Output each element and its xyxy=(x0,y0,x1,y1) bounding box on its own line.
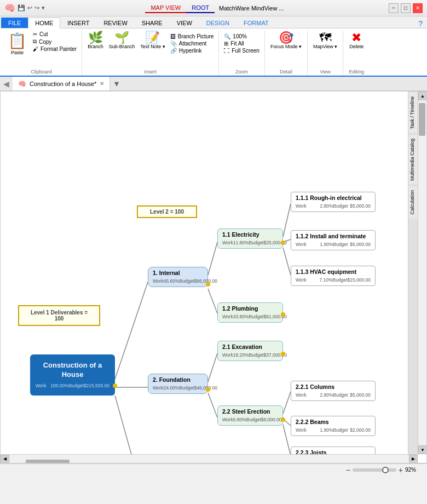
tab-design[interactable]: DESIGN xyxy=(199,18,236,28)
cut-button[interactable]: ✂ Cut xyxy=(31,31,78,38)
text-note-button[interactable]: 📝 Text Note ▾ xyxy=(138,31,168,51)
doc-tab-add[interactable]: ▾ xyxy=(110,78,123,89)
focus-mode-button[interactable]: 🎯 Focus Mode ▾ xyxy=(268,31,304,51)
zoom-slider[interactable] xyxy=(353,468,396,472)
zoom-group: 🔍 100% ⊞ Fit All ⛶ Full Screen Zoom xyxy=(219,31,265,76)
install-terminate-stats: Work 1.90% Budget $5,000.00 xyxy=(296,242,371,248)
close-button[interactable]: ✕ xyxy=(413,3,423,13)
quick-access-redo[interactable]: ↪ xyxy=(34,4,39,12)
quick-access-undo[interactable]: ↩ xyxy=(27,4,32,12)
copy-label: Copy xyxy=(39,39,51,45)
steel-erection-node[interactable]: 2.2 Steel Erection Work 5.80% Budget $9,… xyxy=(217,405,283,426)
electricity-dot xyxy=(281,240,285,245)
excavation-node[interactable]: 2.1 Excavation Work 18.20% Budget $37,00… xyxy=(217,341,283,361)
minimize-button[interactable]: − xyxy=(389,3,399,13)
help-button[interactable]: ? xyxy=(418,19,423,28)
sub-branch-button[interactable]: 🌱 Sub-Branch xyxy=(107,31,137,51)
clipboard-group-label: Clipboard xyxy=(31,69,52,76)
full-screen-button[interactable]: ⛶ Full Screen xyxy=(222,47,261,54)
rough-electrical-stats: Work 2.80% Budget $5,000.00 xyxy=(296,203,371,209)
beams-title: 2.2.2 Beams xyxy=(296,419,371,426)
side-panels: Task / Timeline Multimedia Catalog Calcu… xyxy=(408,91,418,463)
copy-button[interactable]: ⧉ Copy xyxy=(31,38,78,45)
svg-line-6 xyxy=(208,393,217,417)
multimedia-catalog-tab[interactable]: Multimedia Catalog xyxy=(408,134,418,185)
vertical-scrollbar[interactable]: ▲ ▼ xyxy=(418,91,426,454)
attachment-icon: 📎 xyxy=(170,41,177,47)
beams-node[interactable]: 2.2.2 Beams Work 1.90% Budget $2,000.00 xyxy=(291,416,376,436)
columns-node[interactable]: 2.2.1 Columns Work 2.80% Budget $5,000.0… xyxy=(291,381,376,401)
rough-electrical-work: 2.80% xyxy=(320,203,333,209)
tab-review[interactable]: REVIEW xyxy=(96,18,134,28)
doc-tab[interactable]: 🧠 Construction of a House* ✕ xyxy=(13,77,110,90)
rough-electrical-budget: $5,000.00 xyxy=(350,203,371,209)
delete-label: Delete xyxy=(349,44,363,50)
root-node[interactable]: Construction of a House Work 100.00% Bud… xyxy=(30,354,115,396)
tab-file[interactable]: FILE xyxy=(1,18,28,28)
scroll-track-vertical[interactable] xyxy=(418,100,426,445)
root-title: Construction of a House xyxy=(36,361,109,380)
zoom-slider-thumb[interactable] xyxy=(382,467,389,473)
horizontal-scrollbar[interactable]: ◀ ▶ xyxy=(1,454,418,463)
plumbing-node[interactable]: 1.2 Plumbing Work 33.80% Budget $61,000.… xyxy=(217,302,283,323)
rough-electrical-node[interactable]: 1.1.1 Rough-in electrical Work 2.80% Bud… xyxy=(291,192,376,212)
steel-erection-dot xyxy=(281,417,285,422)
electricity-stats: Work 11.80% Budget $25,000.00 xyxy=(222,240,278,246)
calculation-tab[interactable]: Calculation xyxy=(408,185,418,219)
format-painter-button[interactable]: 🖌 Format Painter xyxy=(31,45,78,53)
svg-line-12 xyxy=(283,392,291,414)
delete-button[interactable]: ✖ Delete xyxy=(347,31,366,51)
zoom-plus-button[interactable]: + xyxy=(399,466,403,474)
scroll-down-button[interactable]: ▼ xyxy=(418,445,427,454)
fit-all-button[interactable]: ⊞ Fit All xyxy=(222,40,261,47)
plumbing-title: 1.2 Plumbing xyxy=(222,305,278,313)
foundation-node[interactable]: 2. Foundation Work 24.00% Budget $46,000… xyxy=(148,374,208,394)
map-view-tab[interactable]: MAP VIEW xyxy=(145,3,186,13)
electricity-title: 1.1 Electricity xyxy=(222,231,278,239)
scroll-right-button[interactable]: ▶ xyxy=(409,455,418,463)
branch-picture-label: Branch Picture xyxy=(178,33,214,39)
view-group-label: View xyxy=(320,69,330,76)
quick-access-more[interactable]: ▾ xyxy=(42,4,45,12)
delete-icon: ✖ xyxy=(351,32,361,44)
branch-icon: 🌿 xyxy=(88,32,103,44)
scroll-thumb-horizontal[interactable] xyxy=(26,460,70,464)
tab-share[interactable]: SHARE xyxy=(135,18,170,28)
quick-access-save[interactable]: 💾 xyxy=(18,4,25,12)
root-budget: $215,500.00 xyxy=(84,383,109,389)
electricity-node[interactable]: 1.1 Electricity Work 11.80% Budget $25,0… xyxy=(217,228,283,249)
maximize-button[interactable]: □ xyxy=(401,3,411,13)
tab-view[interactable]: VIEW xyxy=(170,18,199,28)
branch-button[interactable]: 🌿 Branch xyxy=(85,31,106,51)
paste-button[interactable]: 📋 Paste xyxy=(4,31,30,56)
attachment-button[interactable]: 📎 Attachment xyxy=(169,40,216,47)
hyperlink-icon: 🔗 xyxy=(170,48,177,54)
install-terminate-node[interactable]: 1.1.2 Install and terminate Work 1.90% B… xyxy=(291,230,376,250)
zoom-minus-button[interactable]: − xyxy=(346,466,350,474)
paste-label: Paste xyxy=(11,50,24,55)
scroll-up-button[interactable]: ▲ xyxy=(418,91,427,100)
editing-content: ✖ Delete xyxy=(347,31,366,69)
internal-node[interactable]: 1. Internal Work 45.60% Budget $86,000.0… xyxy=(148,267,208,287)
focus-mode-icon: 🎯 xyxy=(279,32,293,44)
tab-home[interactable]: HOME xyxy=(28,18,60,28)
ribbon-tabs: FILE HOME INSERT REVIEW SHARE VIEW DESIG… xyxy=(0,16,427,28)
root-stats: Work 100.00% Budget $215,500.00 xyxy=(36,383,109,389)
scroll-thumb-vertical[interactable] xyxy=(419,103,425,136)
nav-left-icon[interactable]: ◀ xyxy=(0,79,13,88)
hvac-node[interactable]: 1.1.3 HVAC equipment Work 7.10% Budget $… xyxy=(291,266,376,286)
scroll-left-button[interactable]: ◀ xyxy=(1,455,9,463)
mapview-button[interactable]: 🗺 MapView ▾ xyxy=(311,31,339,51)
tab-insert[interactable]: INSERT xyxy=(60,18,96,28)
hvac-work: 7.10% xyxy=(319,277,332,283)
insert-group-label: Insert xyxy=(144,69,157,76)
branch-picture-button[interactable]: 🖼 Branch Picture xyxy=(169,33,216,40)
doc-tab-close[interactable]: ✕ xyxy=(100,81,104,87)
zoom-100-button[interactable]: 🔍 100% xyxy=(222,33,261,40)
svg-line-14 xyxy=(283,425,291,456)
tab-format[interactable]: FORMAT xyxy=(236,18,276,28)
task-timeline-tab[interactable]: Task / Timeline xyxy=(408,91,418,134)
root-tab[interactable]: ROOT xyxy=(186,3,215,13)
hyperlink-button[interactable]: 🔗 Hyperlink xyxy=(169,47,216,54)
columns-budget: $5,000.00 xyxy=(350,392,371,398)
